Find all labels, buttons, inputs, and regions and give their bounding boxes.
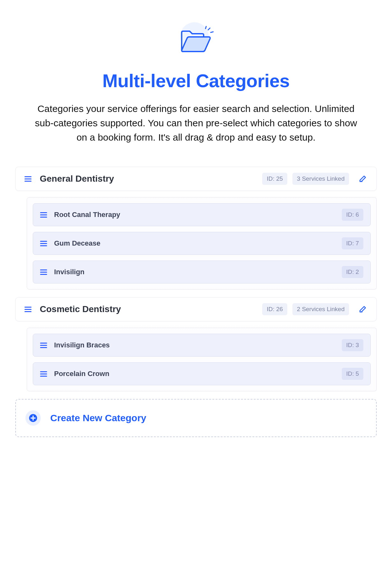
subcategory-id-badge: ID: 6: [342, 209, 363, 221]
drag-handle-icon[interactable]: [24, 307, 32, 312]
svg-line-0: [208, 28, 210, 30]
services-linked-badge: 3 Services Linked: [292, 173, 349, 185]
category-title: Cosmetic Dentistry: [40, 304, 121, 314]
subcategory-container: Root Canal Therapy ID: 6 Gum Decease ID:…: [27, 197, 377, 289]
edit-icon[interactable]: [358, 304, 368, 314]
services-linked-badge: 2 Services Linked: [292, 303, 349, 315]
plus-circle-icon: [25, 410, 41, 426]
create-category-button[interactable]: Create New Category: [15, 399, 377, 437]
drag-handle-icon[interactable]: [40, 371, 48, 377]
subcategory-id-badge: ID: 7: [342, 237, 363, 249]
category-title: General Dentistry: [40, 174, 114, 184]
drag-handle-icon[interactable]: [40, 212, 48, 218]
subcategory-title: Gum Decease: [54, 239, 101, 248]
category-id-badge: ID: 26: [262, 303, 287, 315]
category-row[interactable]: Cosmetic Dentistry ID: 26 2 Services Lin…: [15, 297, 377, 321]
drag-handle-icon[interactable]: [24, 176, 32, 182]
subcategory-row[interactable]: Invisilign ID: 2: [33, 261, 371, 283]
subcategory-row[interactable]: Root Canal Therapy ID: 6: [33, 203, 371, 226]
subcategory-title: Porcelain Crown: [54, 370, 109, 378]
subcategory-row[interactable]: Porcelain Crown ID: 5: [33, 362, 371, 385]
subcategory-title: Invisilign Braces: [54, 341, 110, 349]
category-row[interactable]: General Dentistry ID: 25 3 Services Link…: [15, 167, 377, 191]
svg-line-1: [211, 32, 213, 32]
subcategory-title: Invisilign: [54, 268, 84, 276]
svg-line-2: [206, 26, 206, 29]
drag-handle-icon[interactable]: [40, 241, 48, 246]
folder-open-icon: [177, 25, 215, 57]
drag-handle-icon[interactable]: [40, 269, 48, 275]
subcategory-row[interactable]: Invisilign Braces ID: 3: [33, 334, 371, 357]
subcategory-id-badge: ID: 2: [342, 266, 363, 278]
subcategory-row[interactable]: Gum Decease ID: 7: [33, 232, 371, 255]
subcategory-id-badge: ID: 5: [342, 368, 363, 380]
create-category-label: Create New Category: [50, 413, 146, 423]
subcategory-title: Root Canal Therapy: [54, 211, 120, 219]
page-description: Categories your service offerings for ea…: [34, 101, 358, 144]
edit-icon[interactable]: [358, 174, 368, 184]
category-id-badge: ID: 25: [262, 173, 287, 185]
subcategory-id-badge: ID: 3: [342, 339, 363, 351]
hero-icon-container: [15, 25, 377, 57]
subcategory-container: Invisilign Braces ID: 3 Porcelain Crown …: [27, 328, 377, 391]
drag-handle-icon[interactable]: [40, 343, 48, 348]
page-title: Multi-level Categories: [15, 70, 377, 91]
